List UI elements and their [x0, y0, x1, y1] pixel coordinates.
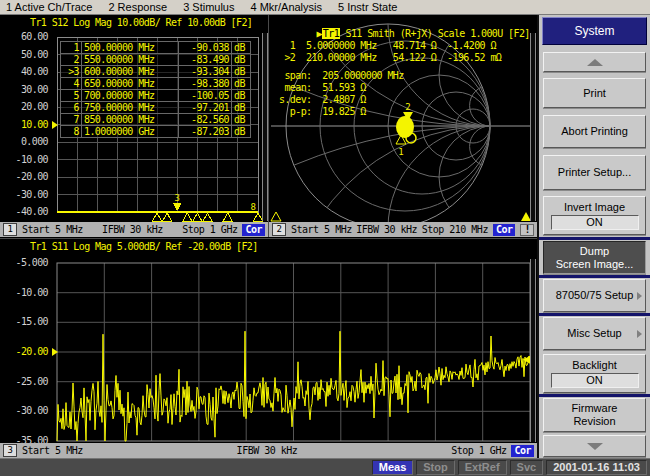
menu-button-backlight[interactable]: BacklightON [543, 354, 646, 393]
marker-triangle [183, 213, 192, 221]
menu-button-label: Revision [573, 415, 615, 428]
correction-badge: Cor [511, 445, 534, 457]
marker-table-row: 7850.00000 MHz-82.560dB [61, 114, 251, 126]
s11-trace-end-marker [523, 356, 530, 364]
menu-button-label: Screen Image... [556, 258, 634, 271]
menu-button-label: Dump [580, 245, 609, 258]
y-tick-label: -15.00 [0, 316, 48, 328]
status-indicator-stop: Stop [416, 460, 454, 475]
s11-plot [0, 239, 537, 459]
active-marker-number: 3 [174, 193, 179, 203]
menu-button-misc-setup[interactable]: Misc Setup [543, 317, 646, 350]
menu-scroll-down-button[interactable] [543, 435, 646, 457]
warning-badge: ! [520, 224, 534, 236]
menu-button-label: Print [583, 87, 606, 100]
up-arrow-icon [587, 59, 603, 66]
panel-smith: 21 ▶Tr1 S11 Smith (R+jX) Scale 1.000U [F… [268, 15, 537, 237]
correction-badge: Cor [493, 224, 516, 236]
ref-level-label: -20.00 [0, 346, 48, 358]
ref-level-arrow [52, 348, 58, 356]
marker-triangle [203, 213, 212, 221]
menu-button-87050-75-setup[interactable]: 87050/75 Setup [543, 279, 646, 312]
smith-stat-line: span: 205.0000000 MHz [279, 70, 404, 82]
menu-button-label: Firmware [572, 402, 618, 415]
marker-triangle [152, 213, 161, 221]
ref-level-arrow [52, 121, 58, 129]
y-tick-label: 0.000 [0, 136, 48, 148]
ifbw-label: IFBW 30 kHz [237, 445, 298, 456]
down-arrow-icon [587, 443, 603, 450]
panel-s12: Tr1 S12 Log Mag 10.00dB/ Ref 10.00dB [F2… [0, 15, 268, 237]
menu-button-label: 87050/75 Setup [556, 289, 634, 302]
s11-header: Tr1 S11 Log Mag 5.000dB/ Ref -20.00dB [F… [30, 241, 258, 252]
ifbw-label: IFBW 30 kHz [102, 224, 163, 235]
menu-separator [539, 394, 650, 397]
datetime-display: 2001-01-16 11:03 [546, 460, 647, 475]
s12-markers: 38 [152, 193, 262, 221]
y-tick-label: 30.00 [0, 84, 48, 96]
marker-table-row: 4650.00000 MHz-98.380dB [61, 78, 251, 90]
y-tick-label: -30.00 [0, 189, 48, 201]
correction-badge: Cor [242, 224, 265, 236]
marker-triangle [163, 213, 172, 221]
stop-frequency: Stop 1 GHz [451, 445, 506, 456]
marker-table-row: 5700.00000 MHz-100.05dB [61, 90, 251, 102]
status-indicator-svc: Svc [510, 460, 544, 475]
menu-button-dump-screen-image[interactable]: DumpScreen Image... [543, 241, 646, 274]
menubar-item-3-stimulus[interactable]: 3 Stimulus [183, 1, 234, 13]
s11-status-bar: 3Start 5 MHzIFBW 30 kHzStop 1 GHzCor [0, 443, 537, 458]
menu-button-printer-setup[interactable]: Printer Setup... [543, 155, 646, 190]
menu-button-abort-printing[interactable]: Abort Printing [543, 115, 646, 148]
menu-button-label: Printer Setup... [558, 166, 631, 179]
smith-scale-strip [530, 33, 536, 221]
smith-statistics: span: 205.0000000 MHz mean: 51.593 Ωs.de… [279, 70, 404, 118]
smith-header: ▶Tr1 S11 Smith (R+jX) Scale 1.000U [F2] [273, 17, 530, 50]
submenu-arrow-icon [637, 292, 642, 300]
smith-header-text: S11 Smith (R+jX) Scale 1.000U [F2] [340, 28, 530, 39]
y-tick-label: 20.00 [0, 101, 48, 113]
menu-title: System [542, 17, 647, 45]
marker-triangle [193, 213, 202, 221]
marker-table-row: 6750.00000 MHz-97.201dB [61, 102, 251, 114]
y-tick-label: -10.00 [0, 287, 48, 299]
s11-y-axis: -5.000-10.00-15.00-20.00-25.00-30.00-35.… [0, 239, 52, 458]
y-tick-label: -25.00 [0, 376, 48, 388]
toggle-state: ON [551, 373, 639, 388]
menubar-item-1-active-ch-trace[interactable]: 1 Active Ch/Trace [6, 1, 92, 13]
toggle-state: ON [551, 215, 639, 230]
y-tick-label: -20.00 [0, 171, 48, 183]
stop-frequency: Stop 1 GHz [182, 224, 237, 235]
s12-marker-table: 1500.00000 MHz-90.038dB2550.00000 MHz-83… [60, 41, 251, 138]
menubar: 1 Active Ch/Trace2 Response3 Stimulus4 M… [0, 0, 650, 15]
menu-button-label: Backlight [572, 359, 617, 372]
marker-table-row: 2550.00000 MHz-83.490dB [61, 54, 251, 66]
menu-scroll-up-button[interactable] [543, 52, 646, 72]
ifbw-label: IFBW 30 kHz [356, 224, 417, 235]
marker-table-row: >3600.00000 MHz-93.304dB [61, 66, 251, 78]
panel-s11: Tr1 S11 Log Mag 5.000dB/ Ref -20.00dB [F… [0, 238, 537, 458]
softkey-menu: System PrintAbort PrintingPrinter Setup.… [537, 15, 650, 458]
menu-button-firmware-revision[interactable]: FirmwareRevision [543, 398, 646, 432]
status-indicator-meas: Meas [372, 460, 414, 475]
menubar-item-2-response[interactable]: 2 Response [108, 1, 167, 13]
menu-button-label: Abort Printing [561, 125, 628, 138]
marker-table-row: 81.0000000 GHz-87.203dB [61, 126, 251, 138]
smith-marker-1-number: 1 [398, 147, 403, 157]
marker-triangle [223, 213, 232, 221]
menubar-item-4-mkr-analysis[interactable]: 4 Mkr/Analysis [250, 1, 322, 13]
start-frequency: Start 5 MHz [22, 445, 83, 456]
y-tick-label: 50.00 [0, 49, 48, 61]
channel-number: 1 [3, 223, 17, 236]
channel-number: 3 [3, 444, 17, 457]
smith-stat-line: s.dev: 2.4807 Ω [279, 94, 404, 106]
s12-scale-strip [262, 33, 268, 221]
menu-separator [539, 237, 650, 240]
menubar-item-5-instr-state[interactable]: 5 Instr State [338, 1, 397, 13]
menu-button-label: Misc Setup [567, 327, 621, 340]
menu-button-print[interactable]: Print [543, 78, 646, 108]
channel-number: 2 [272, 223, 286, 236]
menu-button-invert-image[interactable]: Invert ImageON [543, 196, 646, 235]
ref-level-label: 10.00 [0, 119, 48, 131]
y-tick-label: -30.00 [0, 405, 48, 417]
submenu-arrow-icon [637, 330, 642, 338]
